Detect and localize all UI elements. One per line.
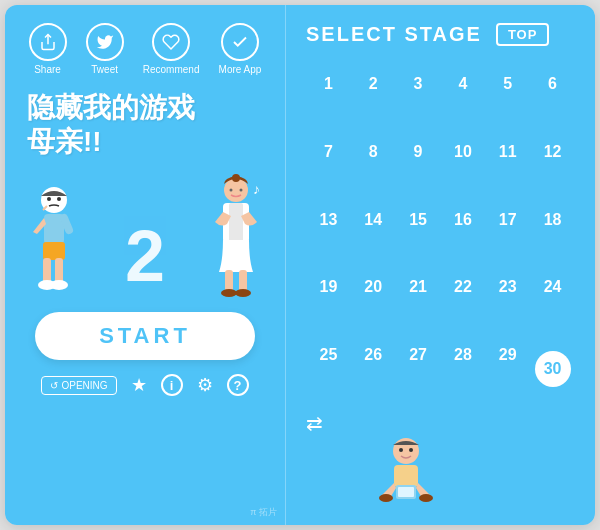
- stage-number-29[interactable]: 29: [485, 335, 530, 375]
- stage-number-18[interactable]: 18: [530, 200, 575, 240]
- stage-number-20[interactable]: 20: [351, 267, 396, 307]
- opening-button[interactable]: ↺ OPENING: [41, 376, 116, 395]
- bottom-bar: ↺ OPENING ★ i ⚙ ?: [41, 374, 248, 396]
- stage-number-8[interactable]: 8: [351, 132, 396, 172]
- info-icon[interactable]: i: [161, 374, 183, 396]
- svg-point-10: [50, 280, 68, 290]
- stage-number-14[interactable]: 14: [351, 200, 396, 240]
- stage-number-2[interactable]: 2: [351, 64, 396, 104]
- tweet-icon: [86, 23, 124, 61]
- svg-text:♪: ♪: [253, 181, 260, 197]
- svg-rect-18: [225, 270, 233, 292]
- stage-number-12[interactable]: 12: [530, 132, 575, 172]
- stage-number-1[interactable]: 1: [306, 64, 351, 104]
- stage-number-21[interactable]: 21: [396, 267, 441, 307]
- svg-point-13: [232, 174, 240, 182]
- start-button[interactable]: START: [35, 312, 255, 360]
- star-icon[interactable]: ★: [131, 374, 147, 396]
- sitting-kid-character: [366, 433, 446, 513]
- svg-point-20: [221, 289, 237, 297]
- stage-number-11[interactable]: 11: [485, 132, 530, 172]
- left-panel: Share Tweet Recommend: [5, 5, 285, 525]
- moreapp-label: More App: [219, 64, 262, 75]
- shuffle-icon[interactable]: ⇄: [306, 411, 323, 435]
- stage-number-19[interactable]: 19: [306, 267, 351, 307]
- svg-point-21: [235, 289, 251, 297]
- stage-number-10[interactable]: 10: [440, 132, 485, 172]
- opening-label: OPENING: [61, 380, 107, 391]
- title-line2: 母亲!!: [27, 125, 271, 159]
- svg-point-24: [409, 448, 413, 452]
- right-panel: SELECT STAGE TOP 12345678910111213141516…: [285, 5, 595, 525]
- svg-point-23: [399, 448, 403, 452]
- stage-number-22[interactable]: 22: [440, 267, 485, 307]
- watermark: π 拓片: [250, 506, 277, 519]
- characters-area: 2 ♪: [19, 162, 271, 302]
- svg-point-3: [57, 197, 61, 201]
- title-line1: 隐藏我的游戏: [27, 91, 271, 125]
- stage-number-6[interactable]: 6: [530, 64, 575, 104]
- stage-number-25[interactable]: 25: [306, 335, 351, 375]
- recommend-button[interactable]: Recommend: [143, 23, 200, 75]
- help-icon[interactable]: ?: [227, 374, 249, 396]
- stage-number-23[interactable]: 23: [485, 267, 530, 307]
- stage-number-30[interactable]: 30: [535, 351, 571, 387]
- stage-number-9[interactable]: 9: [396, 132, 441, 172]
- level-number: 2: [125, 220, 165, 292]
- stage-number-24[interactable]: 24: [530, 267, 575, 307]
- svg-rect-29: [398, 487, 414, 497]
- svg-point-15: [240, 189, 243, 192]
- svg-rect-17: [229, 203, 243, 243]
- share-label: Share: [34, 64, 61, 75]
- bottom-right-area: ⇄: [306, 411, 575, 513]
- svg-rect-25: [394, 465, 418, 487]
- stage-number-4[interactable]: 4: [440, 64, 485, 104]
- top-icons-row: Share Tweet Recommend: [19, 23, 271, 75]
- svg-point-27: [419, 494, 433, 502]
- svg-point-14: [230, 189, 233, 192]
- stage-header: SELECT STAGE TOP: [306, 23, 575, 46]
- stage-number-7[interactable]: 7: [306, 132, 351, 172]
- mother-character: ♪: [201, 172, 271, 302]
- svg-rect-6: [43, 242, 65, 260]
- stage-number-16[interactable]: 16: [440, 200, 485, 240]
- svg-rect-19: [239, 270, 247, 292]
- stage-number-26[interactable]: 26: [351, 335, 396, 375]
- game-title: 隐藏我的游戏 母亲!!: [19, 91, 271, 158]
- svg-point-2: [47, 197, 51, 201]
- settings-icon[interactable]: ⚙: [197, 374, 213, 396]
- top-button[interactable]: TOP: [496, 23, 550, 46]
- recommend-icon: [152, 23, 190, 61]
- moreapp-button[interactable]: More App: [219, 23, 262, 75]
- stage-number-27[interactable]: 27: [396, 335, 441, 375]
- stage-number-5[interactable]: 5: [485, 64, 530, 104]
- boy-character: [19, 182, 89, 302]
- moreapp-icon: [221, 23, 259, 61]
- recommend-label: Recommend: [143, 64, 200, 75]
- stage-number-3[interactable]: 3: [396, 64, 441, 104]
- tweet-label: Tweet: [91, 64, 118, 75]
- stage-grid: 1234567891011121314151617181920212223242…: [306, 64, 575, 403]
- svg-point-26: [379, 494, 393, 502]
- top-label: TOP: [508, 27, 538, 42]
- stage-number-15[interactable]: 15: [396, 200, 441, 240]
- stage-number-13[interactable]: 13: [306, 200, 351, 240]
- select-stage-title: SELECT STAGE: [306, 23, 482, 46]
- share-icon: [29, 23, 67, 61]
- app-container: Share Tweet Recommend: [5, 5, 595, 525]
- refresh-icon: ↺: [50, 380, 58, 391]
- share-button[interactable]: Share: [29, 23, 67, 75]
- stage-number-17[interactable]: 17: [485, 200, 530, 240]
- stage-number-28[interactable]: 28: [440, 335, 485, 375]
- start-label: START: [99, 323, 191, 349]
- tweet-button[interactable]: Tweet: [86, 23, 124, 75]
